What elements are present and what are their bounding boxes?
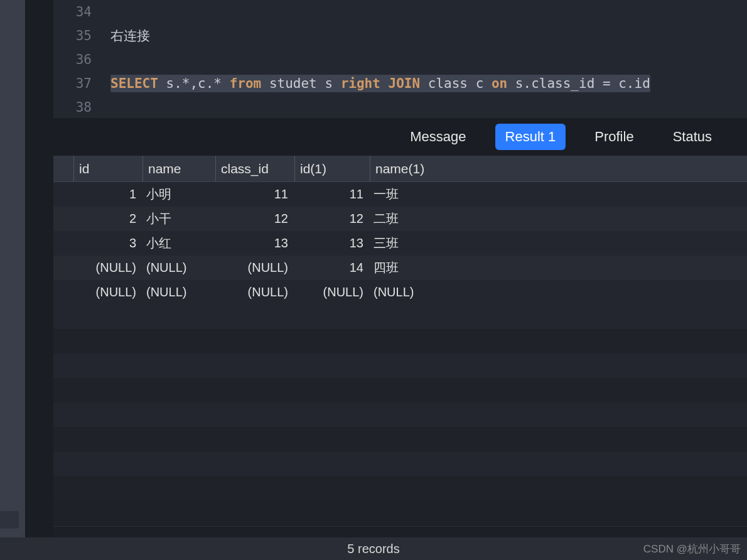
table-row-empty	[53, 476, 747, 500]
line-number: 38	[53, 95, 92, 118]
table-row-empty	[53, 329, 747, 353]
code-line: SELECT s.*,c.* from studet s right JOIN …	[110, 72, 747, 95]
code-line	[110, 95, 747, 118]
cell-name1: 二班	[370, 210, 495, 227]
cell-id: 2	[73, 212, 142, 226]
cell-id1: 13	[294, 236, 370, 250]
table-body: 1 小明 11 11 一班 2 小干 12 12 二班 3 小红 13 13 三…	[53, 182, 747, 500]
cell-name: 小干	[142, 210, 215, 227]
cell-id: 3	[73, 236, 142, 250]
cell-id: 1	[73, 187, 142, 202]
cell-id: (NULL)	[73, 285, 142, 299]
header-row-gutter	[53, 156, 73, 181]
cell-class-id: 13	[215, 236, 294, 250]
tab-result[interactable]: Result 1	[495, 124, 566, 150]
cell-name: 小红	[142, 235, 215, 252]
result-tabs: Message Result 1 Profile Status	[53, 118, 747, 156]
table-row[interactable]: (NULL) (NULL) (NULL) (NULL) (NULL)	[53, 280, 747, 304]
activity-bar-item[interactable]	[0, 511, 19, 529]
cell-name1: (NULL)	[370, 285, 495, 299]
col-header-class-id[interactable]: class_id	[215, 156, 294, 181]
table-row-empty	[53, 353, 747, 378]
watermark: CSDN @杭州小哥哥	[643, 542, 741, 556]
table-row[interactable]: 3 小红 13 13 三班	[53, 231, 747, 256]
line-number: 35	[53, 24, 92, 48]
records-bar: 5 records	[0, 537, 747, 560]
table-row-empty	[53, 427, 747, 451]
cell-class-id: (NULL)	[215, 285, 294, 299]
sql-statement-highlight: SELECT s.*,c.* from studet s right JOIN …	[110, 75, 650, 92]
table-row-empty	[53, 402, 747, 427]
activity-bar	[0, 0, 25, 560]
cell-id1: 11	[294, 187, 370, 202]
cell-name: (NULL)	[142, 285, 215, 299]
cell-class-id: 11	[215, 187, 294, 202]
tab-status[interactable]: Status	[663, 124, 722, 150]
tab-profile[interactable]: Profile	[584, 124, 643, 150]
code-line: 右连接	[110, 24, 747, 48]
cell-name1: 一班	[370, 186, 495, 203]
col-header-name[interactable]: name	[142, 156, 215, 181]
main-panel: 34 35 36 37 38 右连接 SELECT s.*,c.* from s…	[53, 0, 747, 560]
line-number: 36	[53, 48, 92, 72]
table-row[interactable]: 2 小干 12 12 二班	[53, 207, 747, 231]
line-number: 34	[53, 0, 92, 24]
col-header-name1[interactable]: name(1)	[370, 156, 495, 181]
sql-editor[interactable]: 34 35 36 37 38 右连接 SELECT s.*,c.* from s…	[53, 0, 747, 118]
cell-class-id: (NULL)	[215, 261, 294, 275]
code-area[interactable]: 右连接 SELECT s.*,c.* from studet s right J…	[100, 0, 747, 118]
code-line	[110, 0, 747, 24]
col-header-id1[interactable]: id(1)	[294, 156, 370, 181]
cell-name1: 三班	[370, 235, 495, 252]
col-header-id[interactable]: id	[73, 156, 142, 181]
table-header-row: id name class_id id(1) name(1)	[53, 156, 747, 182]
table-row[interactable]: 1 小明 11 11 一班	[53, 182, 747, 207]
cell-name1: 四班	[370, 259, 495, 276]
line-number-gutter: 34 35 36 37 38	[53, 0, 100, 118]
tab-message[interactable]: Message	[400, 124, 476, 150]
table-row-empty	[53, 451, 747, 476]
line-number: 37	[53, 72, 92, 95]
cell-name: 小明	[142, 186, 215, 203]
cell-id1: (NULL)	[294, 285, 370, 299]
result-grid[interactable]: id name class_id id(1) name(1) 1 小明 11 1…	[53, 156, 747, 526]
cell-name: (NULL)	[142, 261, 215, 275]
cell-class-id: 12	[215, 212, 294, 226]
records-count: 5 records	[347, 542, 399, 556]
cell-id: (NULL)	[73, 261, 142, 275]
cell-id1: 14	[294, 261, 370, 275]
cell-id1: 12	[294, 212, 370, 226]
table-row-empty	[53, 378, 747, 402]
code-line	[110, 48, 747, 72]
table-row[interactable]: (NULL) (NULL) (NULL) 14 四班	[53, 256, 747, 280]
comment-text: 右连接	[110, 28, 150, 43]
table-row-empty	[53, 304, 747, 329]
